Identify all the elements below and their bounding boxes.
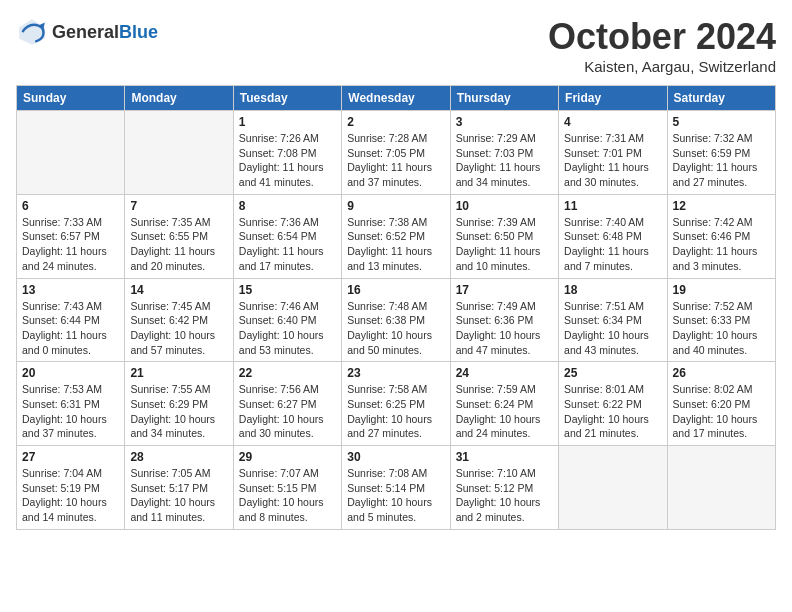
day-number: 5 bbox=[673, 115, 770, 129]
day-info: Sunrise: 7:46 AM Sunset: 6:40 PM Dayligh… bbox=[239, 299, 336, 358]
calendar-cell: 16Sunrise: 7:48 AM Sunset: 6:38 PM Dayli… bbox=[342, 278, 450, 362]
day-number: 9 bbox=[347, 199, 444, 213]
day-info: Sunrise: 7:53 AM Sunset: 6:31 PM Dayligh… bbox=[22, 382, 119, 441]
calendar-cell: 15Sunrise: 7:46 AM Sunset: 6:40 PM Dayli… bbox=[233, 278, 341, 362]
day-info: Sunrise: 7:32 AM Sunset: 6:59 PM Dayligh… bbox=[673, 131, 770, 190]
day-info: Sunrise: 7:58 AM Sunset: 6:25 PM Dayligh… bbox=[347, 382, 444, 441]
page-header: GeneralBlue October 2024 Kaisten, Aargau… bbox=[16, 16, 776, 75]
calendar-cell: 1Sunrise: 7:26 AM Sunset: 7:08 PM Daylig… bbox=[233, 111, 341, 195]
day-info: Sunrise: 7:08 AM Sunset: 5:14 PM Dayligh… bbox=[347, 466, 444, 525]
calendar-cell: 17Sunrise: 7:49 AM Sunset: 6:36 PM Dayli… bbox=[450, 278, 558, 362]
weekday-header: Sunday bbox=[17, 86, 125, 111]
calendar-cell: 28Sunrise: 7:05 AM Sunset: 5:17 PM Dayli… bbox=[125, 446, 233, 530]
day-number: 25 bbox=[564, 366, 661, 380]
calendar-cell: 19Sunrise: 7:52 AM Sunset: 6:33 PM Dayli… bbox=[667, 278, 775, 362]
weekday-header: Saturday bbox=[667, 86, 775, 111]
calendar-cell: 5Sunrise: 7:32 AM Sunset: 6:59 PM Daylig… bbox=[667, 111, 775, 195]
day-number: 28 bbox=[130, 450, 227, 464]
calendar-cell: 10Sunrise: 7:39 AM Sunset: 6:50 PM Dayli… bbox=[450, 194, 558, 278]
day-info: Sunrise: 7:55 AM Sunset: 6:29 PM Dayligh… bbox=[130, 382, 227, 441]
week-row: 27Sunrise: 7:04 AM Sunset: 5:19 PM Dayli… bbox=[17, 446, 776, 530]
calendar-cell: 21Sunrise: 7:55 AM Sunset: 6:29 PM Dayli… bbox=[125, 362, 233, 446]
day-number: 23 bbox=[347, 366, 444, 380]
calendar-cell bbox=[125, 111, 233, 195]
day-info: Sunrise: 7:43 AM Sunset: 6:44 PM Dayligh… bbox=[22, 299, 119, 358]
day-number: 3 bbox=[456, 115, 553, 129]
day-number: 4 bbox=[564, 115, 661, 129]
day-number: 6 bbox=[22, 199, 119, 213]
day-number: 14 bbox=[130, 283, 227, 297]
day-number: 21 bbox=[130, 366, 227, 380]
logo: GeneralBlue bbox=[16, 16, 158, 48]
calendar-cell: 7Sunrise: 7:35 AM Sunset: 6:55 PM Daylig… bbox=[125, 194, 233, 278]
day-number: 29 bbox=[239, 450, 336, 464]
calendar-cell: 4Sunrise: 7:31 AM Sunset: 7:01 PM Daylig… bbox=[559, 111, 667, 195]
calendar-cell: 27Sunrise: 7:04 AM Sunset: 5:19 PM Dayli… bbox=[17, 446, 125, 530]
day-info: Sunrise: 7:31 AM Sunset: 7:01 PM Dayligh… bbox=[564, 131, 661, 190]
day-info: Sunrise: 7:29 AM Sunset: 7:03 PM Dayligh… bbox=[456, 131, 553, 190]
location: Kaisten, Aargau, Switzerland bbox=[548, 58, 776, 75]
calendar-cell: 26Sunrise: 8:02 AM Sunset: 6:20 PM Dayli… bbox=[667, 362, 775, 446]
day-info: Sunrise: 7:39 AM Sunset: 6:50 PM Dayligh… bbox=[456, 215, 553, 274]
calendar-table: SundayMondayTuesdayWednesdayThursdayFrid… bbox=[16, 85, 776, 530]
day-info: Sunrise: 7:36 AM Sunset: 6:54 PM Dayligh… bbox=[239, 215, 336, 274]
day-info: Sunrise: 7:49 AM Sunset: 6:36 PM Dayligh… bbox=[456, 299, 553, 358]
day-info: Sunrise: 7:45 AM Sunset: 6:42 PM Dayligh… bbox=[130, 299, 227, 358]
day-info: Sunrise: 7:51 AM Sunset: 6:34 PM Dayligh… bbox=[564, 299, 661, 358]
logo-blue: Blue bbox=[119, 22, 158, 42]
calendar-cell: 18Sunrise: 7:51 AM Sunset: 6:34 PM Dayli… bbox=[559, 278, 667, 362]
day-info: Sunrise: 7:10 AM Sunset: 5:12 PM Dayligh… bbox=[456, 466, 553, 525]
day-number: 31 bbox=[456, 450, 553, 464]
weekday-header: Friday bbox=[559, 86, 667, 111]
calendar-cell: 29Sunrise: 7:07 AM Sunset: 5:15 PM Dayli… bbox=[233, 446, 341, 530]
day-number: 13 bbox=[22, 283, 119, 297]
week-row: 20Sunrise: 7:53 AM Sunset: 6:31 PM Dayli… bbox=[17, 362, 776, 446]
logo-text: GeneralBlue bbox=[52, 22, 158, 43]
day-number: 15 bbox=[239, 283, 336, 297]
day-info: Sunrise: 7:07 AM Sunset: 5:15 PM Dayligh… bbox=[239, 466, 336, 525]
month-title: October 2024 bbox=[548, 16, 776, 58]
calendar-cell: 13Sunrise: 7:43 AM Sunset: 6:44 PM Dayli… bbox=[17, 278, 125, 362]
day-info: Sunrise: 7:48 AM Sunset: 6:38 PM Dayligh… bbox=[347, 299, 444, 358]
week-row: 6Sunrise: 7:33 AM Sunset: 6:57 PM Daylig… bbox=[17, 194, 776, 278]
calendar-cell: 12Sunrise: 7:42 AM Sunset: 6:46 PM Dayli… bbox=[667, 194, 775, 278]
day-info: Sunrise: 7:05 AM Sunset: 5:17 PM Dayligh… bbox=[130, 466, 227, 525]
day-number: 8 bbox=[239, 199, 336, 213]
day-number: 2 bbox=[347, 115, 444, 129]
calendar-cell: 2Sunrise: 7:28 AM Sunset: 7:05 PM Daylig… bbox=[342, 111, 450, 195]
calendar-cell: 31Sunrise: 7:10 AM Sunset: 5:12 PM Dayli… bbox=[450, 446, 558, 530]
day-number: 11 bbox=[564, 199, 661, 213]
day-info: Sunrise: 7:59 AM Sunset: 6:24 PM Dayligh… bbox=[456, 382, 553, 441]
calendar-cell: 14Sunrise: 7:45 AM Sunset: 6:42 PM Dayli… bbox=[125, 278, 233, 362]
day-number: 22 bbox=[239, 366, 336, 380]
day-info: Sunrise: 7:26 AM Sunset: 7:08 PM Dayligh… bbox=[239, 131, 336, 190]
logo-icon bbox=[16, 16, 48, 48]
calendar-cell: 3Sunrise: 7:29 AM Sunset: 7:03 PM Daylig… bbox=[450, 111, 558, 195]
calendar-cell bbox=[667, 446, 775, 530]
calendar-cell bbox=[17, 111, 125, 195]
day-info: Sunrise: 7:52 AM Sunset: 6:33 PM Dayligh… bbox=[673, 299, 770, 358]
day-info: Sunrise: 7:33 AM Sunset: 6:57 PM Dayligh… bbox=[22, 215, 119, 274]
calendar-header-row: SundayMondayTuesdayWednesdayThursdayFrid… bbox=[17, 86, 776, 111]
day-info: Sunrise: 8:02 AM Sunset: 6:20 PM Dayligh… bbox=[673, 382, 770, 441]
day-number: 26 bbox=[673, 366, 770, 380]
weekday-header: Tuesday bbox=[233, 86, 341, 111]
day-info: Sunrise: 7:38 AM Sunset: 6:52 PM Dayligh… bbox=[347, 215, 444, 274]
day-number: 20 bbox=[22, 366, 119, 380]
calendar-cell bbox=[559, 446, 667, 530]
day-number: 18 bbox=[564, 283, 661, 297]
logo-general: General bbox=[52, 22, 119, 42]
weekday-header: Thursday bbox=[450, 86, 558, 111]
day-number: 24 bbox=[456, 366, 553, 380]
calendar-cell: 22Sunrise: 7:56 AM Sunset: 6:27 PM Dayli… bbox=[233, 362, 341, 446]
day-number: 7 bbox=[130, 199, 227, 213]
day-number: 16 bbox=[347, 283, 444, 297]
day-number: 27 bbox=[22, 450, 119, 464]
day-number: 10 bbox=[456, 199, 553, 213]
calendar-cell: 30Sunrise: 7:08 AM Sunset: 5:14 PM Dayli… bbox=[342, 446, 450, 530]
day-info: Sunrise: 7:04 AM Sunset: 5:19 PM Dayligh… bbox=[22, 466, 119, 525]
calendar-cell: 25Sunrise: 8:01 AM Sunset: 6:22 PM Dayli… bbox=[559, 362, 667, 446]
day-info: Sunrise: 7:56 AM Sunset: 6:27 PM Dayligh… bbox=[239, 382, 336, 441]
day-number: 30 bbox=[347, 450, 444, 464]
calendar-cell: 24Sunrise: 7:59 AM Sunset: 6:24 PM Dayli… bbox=[450, 362, 558, 446]
